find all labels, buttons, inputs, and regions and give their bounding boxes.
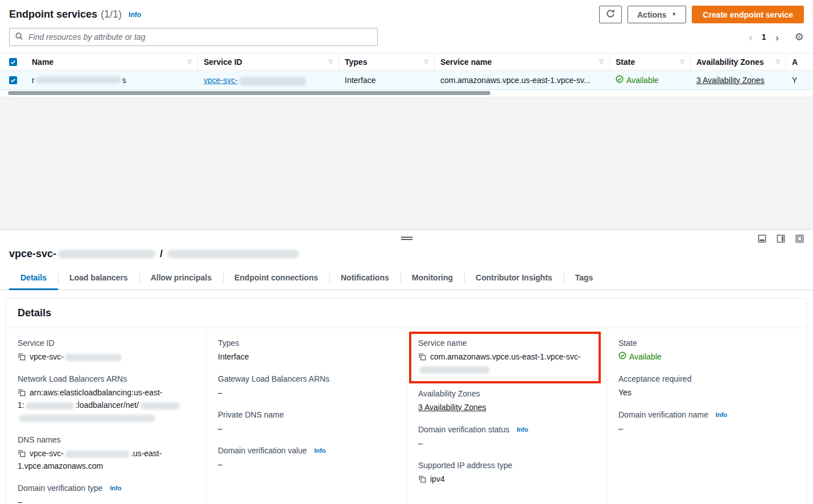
actions-button-label: Actions xyxy=(637,10,666,19)
redacted-text xyxy=(419,366,490,374)
availability-zones-link[interactable]: 3 Availability Zones xyxy=(418,403,486,412)
select-all-cell xyxy=(0,53,26,70)
redacted-text xyxy=(36,76,121,84)
column-header-service-id[interactable]: Service ID ▽ xyxy=(198,53,339,70)
details-card: Details Service ID vpce-svc- Network Loa… xyxy=(6,298,807,504)
tab-endpoint-connections[interactable]: Endpoint connections xyxy=(223,267,329,290)
row-select-cell xyxy=(0,71,26,89)
column-header-service-name[interactable]: Service name ▽ xyxy=(435,53,610,70)
current-page[interactable]: 1 xyxy=(762,32,766,42)
scrollbar-thumb[interactable] xyxy=(8,91,490,95)
service-id-link[interactable]: vpce-svc- xyxy=(204,76,307,85)
copy-icon[interactable] xyxy=(18,389,26,396)
page-title: Endpoint services (1/1) xyxy=(9,9,122,20)
check-circle-icon xyxy=(618,350,626,363)
create-endpoint-service-button[interactable]: Create endpoint service xyxy=(692,6,804,23)
tab-contributor-insights[interactable]: Contributor Insights xyxy=(464,267,564,290)
tab-details[interactable]: Details xyxy=(9,267,58,290)
tab-load-balancers[interactable]: Load balancers xyxy=(58,267,139,290)
field-supported-ip-address-type: Supported IP address type ipv4 xyxy=(418,461,595,485)
field-service-id: Service ID vpce-svc- xyxy=(18,338,195,363)
details-card-heading: Details xyxy=(6,299,807,328)
table-header-row: Name ▽ Service ID ▽ Types ▽ Service name… xyxy=(0,53,813,71)
redacted-text xyxy=(167,250,299,258)
list-toolbar: ‹ 1 › ⚙ xyxy=(0,26,813,53)
redacted-text xyxy=(57,250,155,258)
filter-icon[interactable]: ▽ xyxy=(596,59,604,65)
page-header: Endpoint services (1/1) Info Actions ▼ C… xyxy=(0,0,813,26)
column-header-acceptance[interactable]: A xyxy=(786,53,813,70)
select-all-checkbox[interactable] xyxy=(9,58,17,66)
split-drag-handle[interactable] xyxy=(399,234,414,243)
info-link[interactable]: Info xyxy=(129,11,141,19)
field-domain-verification-status: Domain verification status Info – xyxy=(418,425,595,449)
column-header-availability-zones[interactable]: Availability Zones ▽ xyxy=(691,53,786,70)
field-types: Types Interface xyxy=(218,338,395,363)
tab-allow-principals[interactable]: Allow principals xyxy=(139,267,223,290)
row-service-id-cell: vpce-svc- xyxy=(198,71,339,89)
availability-zones-link[interactable]: 3 Availability Zones xyxy=(696,76,765,85)
info-link[interactable]: Info xyxy=(314,447,325,454)
header-actions: Actions ▼ Create endpoint service xyxy=(599,6,804,23)
copy-icon[interactable] xyxy=(418,475,426,483)
refresh-button[interactable] xyxy=(599,6,622,23)
filter-icon[interactable]: ▽ xyxy=(184,59,192,65)
row-service-name-cell: com.amazonaws.vpce.us-east-1.vpce-sv... xyxy=(435,71,610,89)
panel-side-layout-icon[interactable] xyxy=(777,234,785,243)
row-name-cell: r s xyxy=(26,71,198,89)
red-highlight-annotation: Service name com.amazonaws.vpce.us-east-… xyxy=(409,332,601,383)
details-column-3: Service name com.amazonaws.vpce.us-east-… xyxy=(406,328,606,504)
state-badge: Available xyxy=(616,75,659,85)
info-link[interactable]: Info xyxy=(716,411,727,418)
state-badge: Available xyxy=(618,350,795,363)
resource-count: (1/1) xyxy=(101,9,122,20)
field-private-dns-name: Private DNS name – xyxy=(218,410,395,435)
caret-down-icon: ▼ xyxy=(671,12,676,17)
redacted-text xyxy=(140,402,180,410)
table-row[interactable]: r s vpce-svc- Interface com.amazonaws.vp… xyxy=(0,71,813,90)
details-column-4: State Available Acceptance required Yes xyxy=(606,328,807,504)
redacted-text xyxy=(65,354,122,361)
info-link[interactable]: Info xyxy=(517,426,528,433)
field-domain-verification-type: Domain verification type Info – xyxy=(18,484,195,504)
copy-icon[interactable] xyxy=(18,353,26,361)
row-types-cell: Interface xyxy=(339,71,435,89)
pagination: ‹ 1 › xyxy=(749,32,778,43)
previous-page-icon[interactable]: ‹ xyxy=(749,32,752,43)
panel-fullscreen-icon[interactable] xyxy=(795,234,804,243)
redacted-text xyxy=(239,77,306,84)
field-state: State Available xyxy=(618,338,795,363)
column-header-types[interactable]: Types ▽ xyxy=(339,53,435,70)
column-header-state[interactable]: State ▽ xyxy=(610,53,691,70)
filter-icon[interactable]: ▽ xyxy=(772,59,780,65)
horizontal-scrollbar xyxy=(0,90,813,97)
tab-tags[interactable]: Tags xyxy=(564,267,605,290)
filter-icon[interactable]: ▽ xyxy=(676,59,684,65)
filter-icon[interactable]: ▽ xyxy=(325,59,333,65)
column-header-name[interactable]: Name ▽ xyxy=(26,53,198,70)
empty-background-area xyxy=(0,97,813,229)
search-box[interactable] xyxy=(9,28,378,46)
copy-icon[interactable] xyxy=(418,353,426,361)
refresh-icon xyxy=(606,9,615,20)
tab-notifications[interactable]: Notifications xyxy=(329,267,401,290)
row-availability-zones-cell: 3 Availability Zones xyxy=(691,71,786,89)
copy-icon[interactable] xyxy=(18,449,26,457)
tab-monitoring[interactable]: Monitoring xyxy=(401,267,464,290)
filter-icon[interactable]: ▽ xyxy=(420,59,428,65)
row-state-cell: Available xyxy=(610,71,691,89)
details-column-2: Types Interface Gateway Load Balancers A… xyxy=(206,328,406,504)
field-acceptance-required: Acceptance required Yes xyxy=(618,374,795,399)
settings-gear-icon[interactable]: ⚙ xyxy=(795,31,804,43)
page-title-text: Endpoint services xyxy=(9,9,97,20)
endpoint-services-list-pane: Endpoint services (1/1) Info Actions ▼ C… xyxy=(0,0,813,97)
redacted-text xyxy=(26,402,75,410)
field-dns-names: DNS names vpce-svc-.us-east- 1.vpce.amaz… xyxy=(18,435,195,472)
search-input[interactable] xyxy=(27,32,372,42)
next-page-icon[interactable]: › xyxy=(775,32,779,43)
actions-button[interactable]: Actions ▼ xyxy=(628,6,686,23)
details-card-body: Service ID vpce-svc- Network Load Balanc… xyxy=(6,328,807,504)
row-checkbox[interactable] xyxy=(9,76,17,84)
info-link[interactable]: Info xyxy=(110,485,121,491)
panel-bottom-layout-icon[interactable] xyxy=(758,234,766,243)
